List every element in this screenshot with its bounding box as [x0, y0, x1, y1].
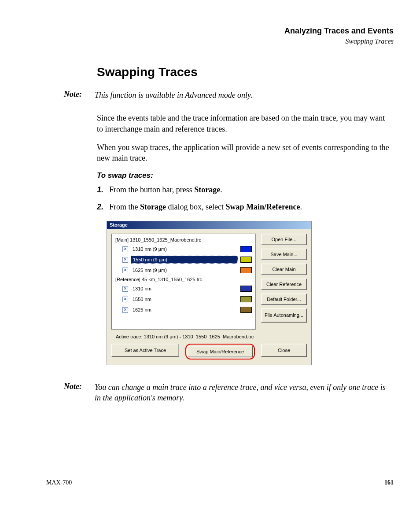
note-label: Note:: [64, 90, 95, 100]
clear-reference-button[interactable]: Clear Reference: [261, 279, 307, 290]
active-trace-label: Active trace: 1310 nm (9 µm) - 1310_1550…: [116, 334, 307, 339]
trace-label: 1550 nm (9 µm): [131, 256, 238, 264]
color-swatch: [240, 267, 252, 273]
main-file-header: [Main] 1310_1550_1625_Macrobend.trc: [112, 236, 255, 244]
paragraph-1: Since the events table and the trace inf…: [97, 113, 391, 134]
note-memory: Note: You can change a main trace into a…: [64, 382, 391, 404]
trace-item-ref-1625[interactable]: × 1625 nm: [112, 305, 255, 315]
header-section: Swapping Traces: [46, 37, 394, 45]
header-rule: [46, 50, 394, 50]
note-label: Note:: [64, 382, 95, 404]
footer-page-number: 161: [384, 479, 394, 486]
checkbox-icon[interactable]: ×: [122, 286, 128, 292]
step-post: .: [300, 202, 302, 211]
step-text: From the button bar, press Storage.: [109, 184, 222, 195]
step-bold: Swap Main/Reference: [225, 202, 300, 211]
save-main-button[interactable]: Save Main...: [261, 249, 307, 260]
step-pre: From the: [109, 202, 140, 211]
storage-dialog: Storage [Main] 1310_1550_1625_Macrobend.…: [107, 221, 312, 365]
clear-main-button[interactable]: Clear Main: [261, 264, 307, 275]
close-button[interactable]: Close: [261, 344, 307, 357]
page-footer: MAX-700 161: [46, 479, 394, 486]
footer-model: MAX-700: [46, 479, 72, 486]
step-text: From the Storage dialog box, select Swap…: [109, 202, 302, 212]
step-mid: dialog box, select: [166, 202, 225, 211]
set-active-trace-button[interactable]: Set as Active Trace: [111, 344, 179, 357]
paragraph-2: When you swap traces, the application wi…: [97, 142, 391, 164]
page-title: Swapping Traces: [97, 65, 391, 79]
dialog-titlebar: Storage: [107, 221, 311, 229]
step-pre: From the button bar, press: [109, 185, 194, 194]
checkbox-icon[interactable]: ×: [122, 307, 128, 313]
color-swatch: [240, 246, 252, 252]
swap-main-reference-button[interactable]: Swap Main/Reference: [188, 346, 253, 357]
trace-label: 1550 nm: [131, 296, 238, 303]
step-number: 2.: [97, 202, 109, 212]
color-swatch: [240, 296, 252, 302]
checkbox-icon[interactable]: ×: [122, 297, 128, 302]
trace-item-ref-1550[interactable]: × 1550 nm: [112, 294, 255, 305]
trace-list-panel: [Main] 1310_1550_1625_Macrobend.trc × 13…: [111, 234, 256, 330]
trace-item-ref-1310[interactable]: × 1310 nm: [112, 283, 255, 294]
note-text: This function is available in Advanced m…: [95, 90, 253, 100]
color-swatch: [240, 286, 252, 292]
step-number: 1.: [97, 184, 109, 195]
open-file-button[interactable]: Open File...: [261, 234, 307, 245]
checkbox-icon[interactable]: ×: [122, 246, 128, 252]
step-post: .: [220, 185, 222, 194]
trace-label: 1625 nm: [131, 306, 238, 313]
step-bold: Storage: [140, 202, 166, 211]
checkbox-icon[interactable]: ×: [122, 257, 128, 263]
note-text: You can change a main trace into a refer…: [95, 382, 391, 404]
step-bold: Storage: [194, 185, 220, 194]
swap-button-highlight: Swap Main/Reference: [185, 344, 255, 360]
reference-file-header: [Reference] 45 km_1310_1550_1625.trc: [112, 275, 255, 283]
header-chapter: Analyzing Traces and Events: [46, 26, 394, 36]
trace-item-main-1625[interactable]: × 1625 nm (9 µm): [112, 265, 255, 275]
default-folder-button[interactable]: Default Folder...: [261, 294, 307, 305]
checkbox-icon[interactable]: ×: [122, 268, 128, 273]
step-2: 2. From the Storage dialog box, select S…: [97, 202, 391, 212]
step-1: 1. From the button bar, press Storage.: [97, 184, 391, 195]
note-availability: Note: This function is available in Adva…: [64, 90, 391, 100]
trace-item-main-1310[interactable]: × 1310 nm (9 µm): [112, 244, 255, 254]
color-swatch: [240, 257, 252, 263]
trace-item-main-1550[interactable]: × 1550 nm (9 µm): [112, 254, 255, 265]
procedure-heading: To swap traces:: [97, 171, 391, 180]
file-autonaming-button[interactable]: File Autonaming...: [261, 308, 307, 323]
trace-label: 1310 nm (9 µm): [131, 246, 238, 253]
color-swatch: [240, 307, 252, 313]
trace-label: 1625 nm (9 µm): [131, 267, 238, 274]
trace-label: 1310 nm: [131, 285, 238, 292]
